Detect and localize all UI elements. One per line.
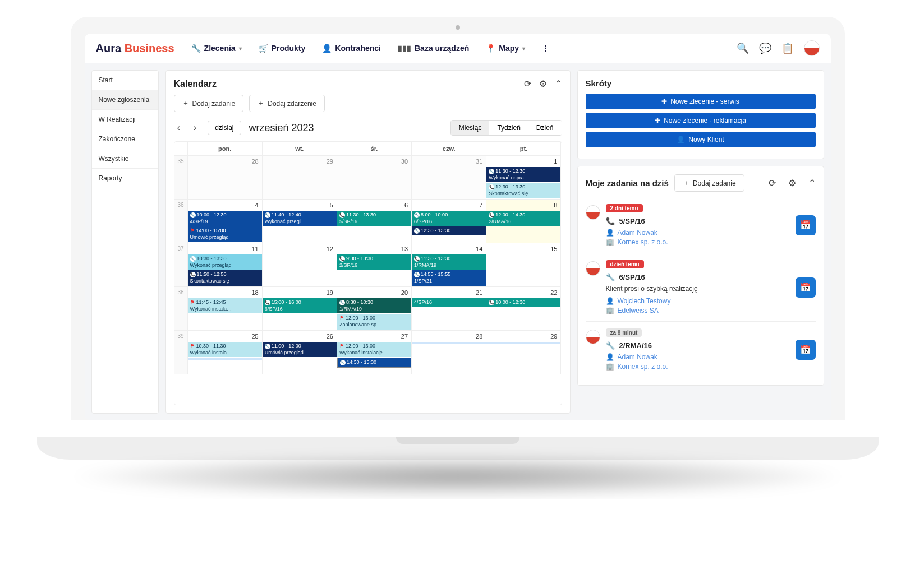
calendar-day[interactable]: 26🔧11:00 - 12:00Umówić przegląd — [263, 331, 337, 374]
calendar-day[interactable]: 6📞11:30 - 13:305/SP/16 — [337, 200, 412, 243]
sidebar-item-start[interactable]: Start — [92, 71, 158, 90]
calendar-event[interactable]: 🔧8:00 - 10:006/SP/16 — [412, 211, 486, 226]
calendar-day[interactable]: 20🔧8:30 - 10:301/RMA/1912:00 - 13:00Zapl… — [337, 287, 412, 331]
calendar-event[interactable] — [412, 342, 486, 344]
calendar-day[interactable]: 7🔧8:00 - 10:006/SP/16🔧12:30 - 13:30 — [412, 200, 486, 243]
task-person[interactable]: 👤Adam Nowak — [606, 229, 790, 237]
nav-more[interactable]: ⋮ — [542, 44, 550, 53]
nav-zlecenia[interactable]: 🔧 Zlecenia ▾ — [191, 44, 242, 53]
today-button[interactable]: dzisiaj — [208, 121, 241, 135]
calendar-event[interactable]: 12:00 - 13:00Wykonać instalację — [337, 342, 411, 357]
calendar-day[interactable]: 14📞11:30 - 13:301/RMA/19🔧14:55 - 15:551/… — [412, 243, 486, 287]
nav-mapy[interactable]: 📍 Mapy ▾ — [486, 44, 525, 53]
chat-icon[interactable]: 💬 — [759, 42, 771, 54]
calendar-event[interactable]: 🔧10:00 - 12:304/SP/19 — [188, 211, 262, 226]
calendar-event[interactable]: 🔧11:00 - 12:00Umówić przegląd — [263, 342, 337, 357]
calendar-event[interactable]: 14:00 - 15:00Umówić przegląd — [188, 226, 262, 242]
gear-icon[interactable]: ⚙ — [788, 178, 796, 188]
calendar-day[interactable]: 2712:00 - 13:00Wykonać instalację🔧14:30 … — [337, 331, 412, 374]
view-week[interactable]: Tydzień — [489, 121, 528, 135]
calendar-day[interactable]: 2510:30 - 11:30Wykonać instala… — [188, 331, 263, 374]
nav-baza[interactable]: ▮▮▮ Baza urządzeń — [398, 44, 469, 53]
calendar-event[interactable]: 🔧11:40 - 12:40Wykonać przegl… — [263, 211, 337, 226]
calendar-event[interactable]: 📞11:30 - 13:301/RMA/19 — [412, 254, 486, 270]
sidebar-item-raporty[interactable]: Raporty — [92, 169, 158, 188]
calendar-event[interactable]: 📞15:00 - 16:006/SP/16 — [263, 298, 337, 313]
gear-icon[interactable]: ⚙ — [539, 78, 547, 89]
calendar-day[interactable]: 29 — [263, 156, 337, 200]
calendar-day[interactable]: 22📞10:00 - 12:30 — [486, 287, 561, 331]
view-day[interactable]: Dzień — [528, 121, 562, 135]
calendar-event[interactable]: 11:45 - 12:45Wykonać instala… — [188, 298, 262, 313]
calendar-event[interactable]: 12:00 - 13:00Zaplanowane sp… — [337, 314, 411, 329]
calendar-day[interactable]: 1811:45 - 12:45Wykonać instala… — [188, 287, 263, 331]
calendar-event[interactable]: 🔧14:30 - 15:30 — [337, 358, 411, 368]
task-id[interactable]: 🔧 2/RMA/16 — [606, 341, 790, 350]
schedule-button[interactable]: 📅 — [796, 277, 816, 298]
calendar-day[interactable]: 30 — [337, 156, 412, 200]
calendar-day[interactable]: 31 — [412, 156, 486, 200]
task-company[interactable]: 🏢Kornex sp. z o.o. — [606, 238, 790, 246]
sidebar-item-zakonczone[interactable]: Zakończone — [92, 129, 158, 149]
nav-produkty[interactable]: 🛒 Produkty — [259, 44, 306, 53]
day-number: 8 — [554, 202, 557, 209]
calendar-event[interactable]: 🔧8:30 - 10:301/RMA/19 — [337, 298, 411, 313]
calendar-event[interactable]: 🔧10:30 - 13:30Wykonać przegląd — [188, 254, 262, 270]
add-task-button[interactable]: ＋ Dodaj zadanie — [674, 174, 744, 192]
calendar-day[interactable]: 15 — [486, 243, 561, 287]
calendar-event[interactable] — [486, 342, 560, 344]
calendar-day[interactable]: 1🔧11:30 - 12:30Wykonać napra…📞12:30 - 13… — [486, 156, 561, 200]
calendar-day[interactable]: 5🔧11:40 - 12:40Wykonać przegl… — [263, 200, 337, 243]
calendar-day[interactable]: 214/SP/16 — [412, 287, 486, 331]
refresh-icon[interactable]: ⟳ — [524, 78, 531, 89]
sidebar-item-nowe[interactable]: Nowe zgłoszenia — [92, 90, 158, 110]
collapse-icon[interactable]: ⌃ — [555, 78, 562, 89]
prev-month[interactable]: ‹ — [174, 121, 183, 135]
calendar-day[interactable]: 8📞12:00 - 14:302/RMA/16 — [486, 200, 561, 243]
calendar-event[interactable]: 📞10:00 - 12:30 — [486, 298, 560, 307]
task-id[interactable]: 🔧 6/SP/16 — [606, 273, 790, 281]
calendar-event[interactable]: 🔧11:30 - 12:30Wykonać napra… — [486, 167, 560, 182]
calendar-event[interactable]: 10:30 - 11:30Wykonać instala… — [188, 342, 262, 357]
new-order-serwis[interactable]: Nowe zlecenie - serwis — [586, 94, 816, 109]
new-order-reklamacja[interactable]: Nowe zlecenie - reklamacja — [586, 113, 816, 128]
calendar-event[interactable]: 📞12:30 - 13:30Skontaktować się — [486, 183, 560, 198]
calendar-day[interactable]: 12 — [263, 243, 337, 287]
calendar-day[interactable]: 4🔧10:00 - 12:304/SP/1914:00 - 15:00Umówi… — [188, 200, 263, 243]
calendar-event[interactable]: 📞11:30 - 13:305/SP/16 — [337, 211, 411, 226]
calendar-day[interactable]: 28 — [412, 331, 486, 374]
collapse-icon[interactable]: ⌃ — [808, 178, 816, 188]
calendar-event[interactable]: 🔧14:55 - 15:551/SP/21 — [412, 270, 486, 285]
refresh-icon[interactable]: ⟳ — [769, 178, 776, 188]
sidebar-item-wszystkie[interactable]: Wszystkie — [92, 149, 158, 169]
calendar-day[interactable]: 11🔧10:30 - 13:30Wykonać przegląd📞11:50 -… — [188, 243, 263, 287]
add-event-button[interactable]: ＋ Dodaj zdarzenie — [249, 95, 325, 112]
task-id[interactable]: 📞 5/SP/16 — [606, 217, 790, 225]
calendar-event[interactable]: 📞11:50 - 12:50Skontaktować się — [188, 270, 262, 285]
calendar-event[interactable]: 4/SP/16 — [412, 298, 486, 307]
new-client[interactable]: Nowy Klient — [586, 132, 816, 147]
avatar[interactable] — [804, 40, 820, 56]
schedule-button[interactable]: 📅 — [796, 215, 816, 235]
calendar-day[interactable]: 19📞15:00 - 16:006/SP/16 — [263, 287, 337, 331]
calendar-event[interactable]: 📞12:00 - 14:302/RMA/16 — [486, 211, 560, 226]
nav-kontrahenci[interactable]: 👤 Kontrahenci — [322, 44, 381, 53]
clipboard-icon[interactable]: 📋 — [781, 42, 794, 54]
task-person[interactable]: 👤Adam Nowak — [606, 353, 790, 361]
calendar-day[interactable]: 29 — [486, 331, 561, 374]
add-task-button[interactable]: ＋ Dodaj zadanie — [174, 95, 244, 112]
task-note: Klient prosi o szybką realizację — [606, 285, 790, 293]
task-company[interactable]: 🏢Edelweiss SA — [606, 307, 790, 314]
calendar-event[interactable] — [188, 358, 262, 360]
next-month[interactable]: › — [190, 121, 200, 135]
view-month[interactable]: Miesiąc — [451, 121, 490, 135]
task-person[interactable]: 👤Wojciech Testowy — [606, 297, 790, 305]
calendar-day[interactable]: 28 — [188, 156, 263, 200]
calendar-event[interactable]: 🔧12:30 - 13:30 — [412, 226, 486, 235]
calendar-day[interactable]: 13📞9:30 - 13:302/SP/16 — [337, 243, 412, 287]
search-icon[interactable]: 🔍 — [737, 42, 749, 54]
schedule-button[interactable]: 📅 — [796, 340, 816, 360]
calendar-event[interactable]: 📞9:30 - 13:302/SP/16 — [337, 254, 411, 270]
task-company[interactable]: 🏢Kornex sp. z o.o. — [606, 363, 790, 371]
sidebar-item-wrealizacji[interactable]: W Realizacji — [92, 110, 158, 129]
